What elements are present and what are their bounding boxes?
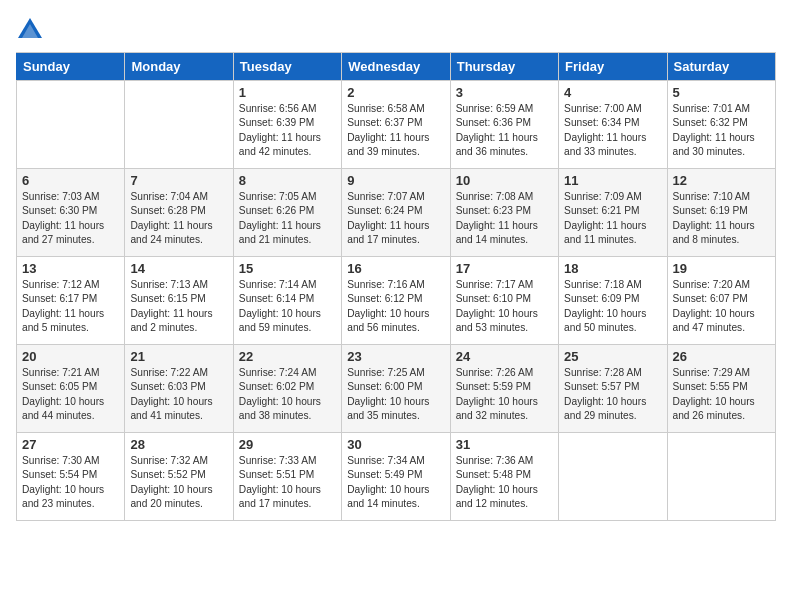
day-content: Sunrise: 6:58 AM Sunset: 6:37 PM Dayligh…: [347, 102, 444, 159]
day-content: Sunrise: 7:34 AM Sunset: 5:49 PM Dayligh…: [347, 454, 444, 511]
calendar-cell: 25Sunrise: 7:28 AM Sunset: 5:57 PM Dayli…: [559, 345, 667, 433]
day-content: Sunrise: 7:26 AM Sunset: 5:59 PM Dayligh…: [456, 366, 553, 423]
day-number: 22: [239, 349, 336, 364]
day-number: 8: [239, 173, 336, 188]
calendar-week-row: 13Sunrise: 7:12 AM Sunset: 6:17 PM Dayli…: [17, 257, 776, 345]
day-content: Sunrise: 7:32 AM Sunset: 5:52 PM Dayligh…: [130, 454, 227, 511]
col-header-tuesday: Tuesday: [233, 53, 341, 81]
col-header-friday: Friday: [559, 53, 667, 81]
col-header-sunday: Sunday: [17, 53, 125, 81]
calendar-cell: 6Sunrise: 7:03 AM Sunset: 6:30 PM Daylig…: [17, 169, 125, 257]
calendar-cell: 2Sunrise: 6:58 AM Sunset: 6:37 PM Daylig…: [342, 81, 450, 169]
calendar-cell: [17, 81, 125, 169]
calendar-cell: 17Sunrise: 7:17 AM Sunset: 6:10 PM Dayli…: [450, 257, 558, 345]
day-content: Sunrise: 6:56 AM Sunset: 6:39 PM Dayligh…: [239, 102, 336, 159]
day-content: Sunrise: 7:33 AM Sunset: 5:51 PM Dayligh…: [239, 454, 336, 511]
day-content: Sunrise: 7:36 AM Sunset: 5:48 PM Dayligh…: [456, 454, 553, 511]
calendar-cell: 18Sunrise: 7:18 AM Sunset: 6:09 PM Dayli…: [559, 257, 667, 345]
day-number: 3: [456, 85, 553, 100]
day-number: 5: [673, 85, 770, 100]
col-header-monday: Monday: [125, 53, 233, 81]
calendar-cell: 20Sunrise: 7:21 AM Sunset: 6:05 PM Dayli…: [17, 345, 125, 433]
calendar-cell: 15Sunrise: 7:14 AM Sunset: 6:14 PM Dayli…: [233, 257, 341, 345]
calendar-cell: 27Sunrise: 7:30 AM Sunset: 5:54 PM Dayli…: [17, 433, 125, 521]
day-number: 20: [22, 349, 119, 364]
calendar-cell: 16Sunrise: 7:16 AM Sunset: 6:12 PM Dayli…: [342, 257, 450, 345]
calendar-cell: 31Sunrise: 7:36 AM Sunset: 5:48 PM Dayli…: [450, 433, 558, 521]
day-content: Sunrise: 7:01 AM Sunset: 6:32 PM Dayligh…: [673, 102, 770, 159]
calendar-week-row: 27Sunrise: 7:30 AM Sunset: 5:54 PM Dayli…: [17, 433, 776, 521]
day-content: Sunrise: 7:10 AM Sunset: 6:19 PM Dayligh…: [673, 190, 770, 247]
day-number: 11: [564, 173, 661, 188]
calendar-cell: 7Sunrise: 7:04 AM Sunset: 6:28 PM Daylig…: [125, 169, 233, 257]
calendar-cell: 23Sunrise: 7:25 AM Sunset: 6:00 PM Dayli…: [342, 345, 450, 433]
day-content: Sunrise: 7:00 AM Sunset: 6:34 PM Dayligh…: [564, 102, 661, 159]
calendar-table: SundayMondayTuesdayWednesdayThursdayFrid…: [16, 52, 776, 521]
calendar-cell: 11Sunrise: 7:09 AM Sunset: 6:21 PM Dayli…: [559, 169, 667, 257]
day-number: 1: [239, 85, 336, 100]
calendar-cell: 4Sunrise: 7:00 AM Sunset: 6:34 PM Daylig…: [559, 81, 667, 169]
day-number: 29: [239, 437, 336, 452]
day-content: Sunrise: 7:18 AM Sunset: 6:09 PM Dayligh…: [564, 278, 661, 335]
day-content: Sunrise: 7:24 AM Sunset: 6:02 PM Dayligh…: [239, 366, 336, 423]
day-content: Sunrise: 7:29 AM Sunset: 5:55 PM Dayligh…: [673, 366, 770, 423]
day-number: 4: [564, 85, 661, 100]
day-content: Sunrise: 7:05 AM Sunset: 6:26 PM Dayligh…: [239, 190, 336, 247]
calendar-week-row: 20Sunrise: 7:21 AM Sunset: 6:05 PM Dayli…: [17, 345, 776, 433]
col-header-saturday: Saturday: [667, 53, 775, 81]
calendar-cell: 28Sunrise: 7:32 AM Sunset: 5:52 PM Dayli…: [125, 433, 233, 521]
calendar-cell: 30Sunrise: 7:34 AM Sunset: 5:49 PM Dayli…: [342, 433, 450, 521]
day-number: 6: [22, 173, 119, 188]
calendar-cell: [125, 81, 233, 169]
day-content: Sunrise: 7:08 AM Sunset: 6:23 PM Dayligh…: [456, 190, 553, 247]
day-number: 27: [22, 437, 119, 452]
calendar-cell: 12Sunrise: 7:10 AM Sunset: 6:19 PM Dayli…: [667, 169, 775, 257]
day-number: 23: [347, 349, 444, 364]
day-content: Sunrise: 7:17 AM Sunset: 6:10 PM Dayligh…: [456, 278, 553, 335]
day-content: Sunrise: 7:04 AM Sunset: 6:28 PM Dayligh…: [130, 190, 227, 247]
day-number: 17: [456, 261, 553, 276]
calendar-week-row: 1Sunrise: 6:56 AM Sunset: 6:39 PM Daylig…: [17, 81, 776, 169]
calendar-cell: 29Sunrise: 7:33 AM Sunset: 5:51 PM Dayli…: [233, 433, 341, 521]
calendar-header-row: SundayMondayTuesdayWednesdayThursdayFrid…: [17, 53, 776, 81]
day-number: 2: [347, 85, 444, 100]
day-number: 30: [347, 437, 444, 452]
calendar-cell: 1Sunrise: 6:56 AM Sunset: 6:39 PM Daylig…: [233, 81, 341, 169]
calendar-cell: 22Sunrise: 7:24 AM Sunset: 6:02 PM Dayli…: [233, 345, 341, 433]
day-content: Sunrise: 7:30 AM Sunset: 5:54 PM Dayligh…: [22, 454, 119, 511]
day-content: Sunrise: 7:13 AM Sunset: 6:15 PM Dayligh…: [130, 278, 227, 335]
col-header-thursday: Thursday: [450, 53, 558, 81]
day-content: Sunrise: 6:59 AM Sunset: 6:36 PM Dayligh…: [456, 102, 553, 159]
day-number: 28: [130, 437, 227, 452]
day-content: Sunrise: 7:16 AM Sunset: 6:12 PM Dayligh…: [347, 278, 444, 335]
calendar-cell: [559, 433, 667, 521]
calendar-cell: 14Sunrise: 7:13 AM Sunset: 6:15 PM Dayli…: [125, 257, 233, 345]
day-number: 9: [347, 173, 444, 188]
day-number: 25: [564, 349, 661, 364]
calendar-cell: 8Sunrise: 7:05 AM Sunset: 6:26 PM Daylig…: [233, 169, 341, 257]
calendar-cell: [667, 433, 775, 521]
day-content: Sunrise: 7:09 AM Sunset: 6:21 PM Dayligh…: [564, 190, 661, 247]
calendar-cell: 5Sunrise: 7:01 AM Sunset: 6:32 PM Daylig…: [667, 81, 775, 169]
calendar-cell: 19Sunrise: 7:20 AM Sunset: 6:07 PM Dayli…: [667, 257, 775, 345]
day-content: Sunrise: 7:07 AM Sunset: 6:24 PM Dayligh…: [347, 190, 444, 247]
calendar-week-row: 6Sunrise: 7:03 AM Sunset: 6:30 PM Daylig…: [17, 169, 776, 257]
day-number: 31: [456, 437, 553, 452]
calendar-cell: 26Sunrise: 7:29 AM Sunset: 5:55 PM Dayli…: [667, 345, 775, 433]
calendar-cell: 3Sunrise: 6:59 AM Sunset: 6:36 PM Daylig…: [450, 81, 558, 169]
calendar-cell: 10Sunrise: 7:08 AM Sunset: 6:23 PM Dayli…: [450, 169, 558, 257]
day-number: 13: [22, 261, 119, 276]
calendar-cell: 21Sunrise: 7:22 AM Sunset: 6:03 PM Dayli…: [125, 345, 233, 433]
day-number: 7: [130, 173, 227, 188]
day-content: Sunrise: 7:25 AM Sunset: 6:00 PM Dayligh…: [347, 366, 444, 423]
day-number: 12: [673, 173, 770, 188]
col-header-wednesday: Wednesday: [342, 53, 450, 81]
day-content: Sunrise: 7:14 AM Sunset: 6:14 PM Dayligh…: [239, 278, 336, 335]
calendar-cell: 13Sunrise: 7:12 AM Sunset: 6:17 PM Dayli…: [17, 257, 125, 345]
logo: [16, 16, 48, 44]
logo-icon: [16, 16, 44, 44]
day-number: 26: [673, 349, 770, 364]
calendar-cell: 24Sunrise: 7:26 AM Sunset: 5:59 PM Dayli…: [450, 345, 558, 433]
day-number: 19: [673, 261, 770, 276]
calendar-cell: 9Sunrise: 7:07 AM Sunset: 6:24 PM Daylig…: [342, 169, 450, 257]
